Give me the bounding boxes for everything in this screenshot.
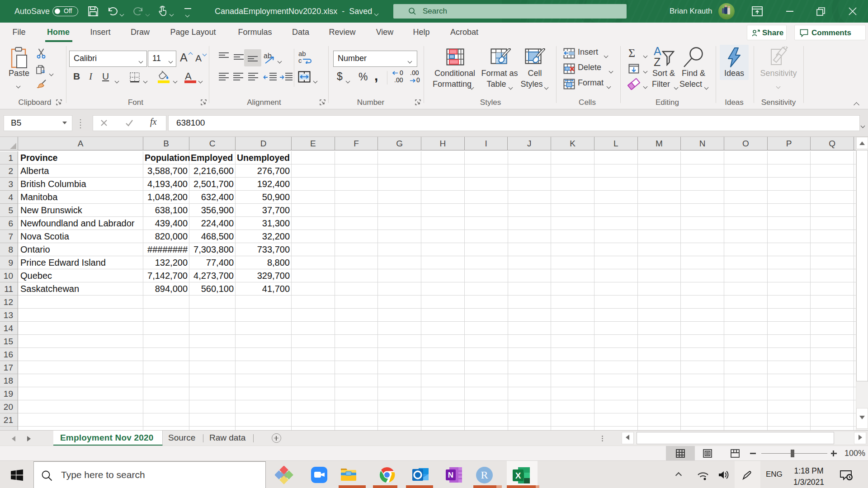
svg-text:X: X <box>515 471 521 480</box>
svg-text:N: N <box>448 471 453 479</box>
